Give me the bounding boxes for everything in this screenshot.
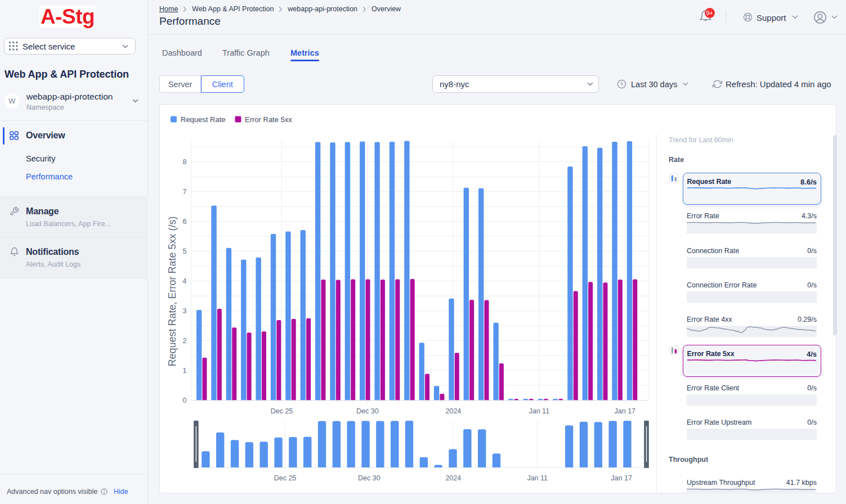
svg-text:4: 4	[183, 277, 187, 285]
svg-text:2024: 2024	[445, 474, 461, 482]
svg-text:Error Rate 5xx: Error Rate 5xx	[245, 115, 292, 124]
svg-text:Jan 11: Jan 11	[529, 407, 549, 415]
svg-text:Dec 25: Dec 25	[274, 474, 297, 482]
svg-text:Dec 25: Dec 25	[271, 407, 293, 415]
svg-text:Jan 17: Jan 17	[615, 407, 636, 415]
svg-text:Dec 30: Dec 30	[356, 407, 379, 415]
svg-text:2024: 2024	[445, 407, 461, 415]
svg-text:1: 1	[183, 367, 187, 375]
svg-text:2: 2	[183, 337, 187, 345]
svg-text:Dec 30: Dec 30	[358, 474, 381, 482]
svg-text:7: 7	[183, 188, 187, 196]
svg-text:Request Rate: Request Rate	[181, 115, 226, 124]
svg-text:Jan 17: Jan 17	[611, 474, 632, 482]
svg-text:0: 0	[183, 397, 187, 404]
svg-text:Jan 11: Jan 11	[527, 474, 548, 482]
svg-text:6: 6	[183, 218, 187, 226]
svg-text:5: 5	[183, 248, 187, 255]
svg-text:8: 8	[183, 158, 187, 166]
svg-text:3: 3	[183, 307, 187, 315]
svg-text:Request Rate, Error Rate 5xx (: Request Rate, Error Rate 5xx (/s)	[167, 216, 178, 366]
